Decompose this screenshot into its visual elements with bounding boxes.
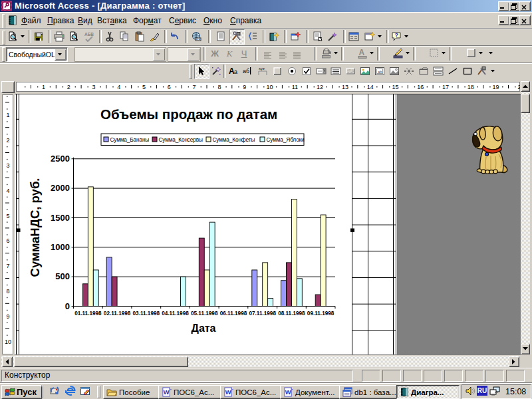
- svg-text:7: 7: [6, 263, 9, 269]
- svg-text:5: 5: [142, 84, 146, 90]
- svg-text:ab: ab: [378, 70, 382, 74]
- svg-text:02.11.1998: 02.11.1998: [104, 311, 131, 317]
- svg-text:Сумма_Яблоки: Сумма_Яблоки: [267, 136, 305, 143]
- svg-text:0: 0: [65, 301, 70, 311]
- svg-text:Объемы продаж по датам: Объемы продаж по датам: [100, 106, 277, 122]
- svg-text:8: 8: [217, 84, 221, 90]
- svg-text:Сумма_Бананы: Сумма_Бананы: [110, 136, 150, 143]
- svg-text:СуммаНДС, руб.: СуммаНДС, руб.: [28, 178, 42, 277]
- svg-text:16: 16: [417, 84, 424, 90]
- svg-text:3: 3: [92, 84, 95, 90]
- svg-text:01.11.1998: 01.11.1998: [74, 311, 102, 317]
- svg-text:10: 10: [266, 84, 273, 90]
- svg-text:19: 19: [493, 84, 499, 90]
- svg-text:10: 10: [5, 338, 11, 345]
- svg-text:17: 17: [442, 84, 449, 90]
- svg-text:4: 4: [6, 188, 9, 194]
- svg-text:W: W: [225, 389, 231, 396]
- svg-text:5: 5: [6, 213, 9, 219]
- svg-text:Дата: Дата: [191, 323, 215, 334]
- svg-text:А: А: [359, 48, 365, 57]
- svg-text:12: 12: [317, 84, 323, 90]
- svg-text:04.11.1998: 04.11.1998: [162, 311, 189, 317]
- svg-text:1500: 1500: [51, 213, 70, 223]
- svg-text:Сумма_Конфеты: Сумма_Конфеты: [213, 136, 255, 143]
- svg-text:1: 1: [42, 84, 45, 90]
- svg-text:14: 14: [367, 84, 374, 90]
- svg-text:Сумма_Консервы: Сумма_Консервы: [159, 136, 203, 143]
- svg-text:06.11.1998: 06.11.1998: [220, 311, 247, 317]
- svg-text:аб: аб: [243, 68, 249, 74]
- svg-text:9: 9: [6, 313, 9, 320]
- svg-text:3: 3: [6, 162, 9, 169]
- svg-text:20: 20: [517, 84, 520, 90]
- svg-text:18: 18: [467, 84, 474, 90]
- svg-text:6: 6: [6, 237, 9, 244]
- svg-text:7: 7: [193, 84, 196, 90]
- svg-text:a: a: [234, 68, 237, 75]
- svg-text:1: 1: [6, 112, 9, 118]
- svg-text:9: 9: [243, 84, 246, 90]
- svg-text:W: W: [285, 389, 291, 396]
- svg-text:xyz: xyz: [259, 66, 265, 70]
- svg-text:03.11.1998: 03.11.1998: [133, 311, 160, 317]
- svg-text:АБВ: АБВ: [84, 32, 94, 37]
- svg-text:4: 4: [117, 84, 120, 90]
- svg-text:2: 2: [6, 137, 9, 144]
- svg-text:1000: 1000: [51, 242, 70, 252]
- svg-text:05.11.1998: 05.11.1998: [191, 311, 218, 317]
- svg-text:2500: 2500: [51, 154, 70, 164]
- svg-text:2: 2: [67, 84, 70, 90]
- svg-text:07.11.1998: 07.11.1998: [249, 311, 276, 317]
- svg-text:11: 11: [292, 84, 298, 90]
- svg-text:2000: 2000: [51, 183, 70, 193]
- svg-text:08.11.1998: 08.11.1998: [278, 311, 305, 317]
- svg-text:13: 13: [342, 84, 348, 90]
- svg-text:W: W: [164, 389, 170, 396]
- svg-text:?: ?: [395, 32, 399, 39]
- svg-text:15: 15: [392, 84, 398, 90]
- svg-text:6: 6: [168, 84, 171, 90]
- svg-text:500: 500: [55, 271, 70, 281]
- svg-text:8: 8: [6, 288, 9, 295]
- svg-text:09.11.1998: 09.11.1998: [307, 311, 334, 317]
